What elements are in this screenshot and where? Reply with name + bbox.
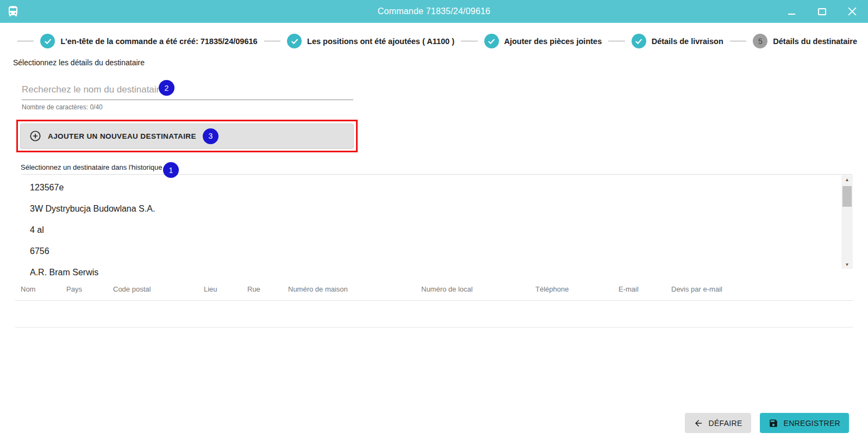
step-connector — [17, 41, 34, 41]
stepper-step[interactable]: Les positions ont été ajoutées ( A1100 ) — [287, 34, 454, 48]
maximize-button[interactable] — [816, 5, 828, 17]
step-status-icon — [40, 34, 55, 48]
save-button[interactable]: ENREGISTRER — [760, 413, 849, 433]
scrollbar[interactable]: ▲ ▼ — [841, 175, 853, 269]
step-connector — [730, 41, 746, 41]
scroll-down-icon[interactable]: ▼ — [841, 260, 853, 269]
close-icon — [848, 7, 857, 16]
scroll-up-icon[interactable]: ▲ — [841, 175, 853, 184]
section-title: Sélectionnez les détails du destinataire — [13, 58, 868, 67]
table-empty-row — [15, 301, 853, 327]
table-header-cell: Code postal — [113, 285, 204, 293]
table-header-cell: Téléphone — [535, 285, 619, 293]
step-status-icon: 5 — [753, 34, 767, 48]
stepper-step[interactable]: L'en-tête de la commande a été créé: 718… — [40, 34, 257, 48]
add-recipient-button[interactable]: AJOUTER UN NOUVEAU DESTINATAIRE 3 — [20, 123, 354, 149]
history-label: Sélectionnez un destinataire dans l'hist… — [21, 163, 162, 171]
step-label: Détails du destinataire — [773, 37, 857, 46]
recipient-search: 2 — [22, 81, 353, 100]
table-divider-bottom — [15, 327, 853, 327]
step-connector — [461, 41, 477, 41]
step-status-icon — [632, 34, 646, 48]
scrollbar-thumb[interactable] — [842, 186, 852, 207]
step-status-icon — [484, 34, 499, 48]
table-header-cell: E-mail — [619, 285, 671, 293]
stepper: L'en-tête de la commande a été créé: 718… — [0, 23, 868, 55]
step-label: Détails de livraison — [652, 37, 723, 46]
table-header-cell: Devis par e-mail — [671, 285, 853, 293]
annotation-badge-2: 2 — [159, 80, 174, 96]
recipient-table: Nom Pays Code postal Lieu Rue Numéro de … — [15, 277, 853, 327]
window-title: Commande 71835/24/09616 — [0, 7, 868, 16]
recipient-search-input[interactable] — [22, 81, 353, 100]
check-icon — [488, 38, 495, 45]
window-controls — [785, 0, 858, 23]
minimize-button[interactable] — [785, 5, 797, 17]
footer-actions: DÉFAIRE ENREGISTRER — [685, 413, 849, 433]
step-connector — [264, 41, 280, 41]
table-header-cell: Pays — [66, 285, 113, 293]
list-item[interactable]: 6756 — [30, 240, 853, 262]
step-connector — [608, 41, 625, 41]
table-header-cell: Lieu — [204, 285, 247, 293]
stepper-step[interactable]: 5 Détails du destinataire — [753, 34, 857, 48]
step-label: L'en-tête de la commande a été créé: 718… — [60, 37, 257, 46]
history-label-row: Sélectionnez un destinataire dans l'hist… — [21, 163, 868, 172]
step-label: Les positions ont été ajoutées ( A1100 ) — [307, 37, 454, 46]
undo-label: DÉFAIRE — [709, 419, 742, 428]
minimize-icon — [788, 14, 795, 15]
table-header-cell: Nom — [21, 285, 66, 293]
stepper-step[interactable]: Ajouter des pièces jointes — [484, 34, 602, 48]
step-label: Ajouter des pièces jointes — [504, 37, 602, 46]
annotation-badge-3: 3 — [203, 128, 218, 144]
list-item[interactable]: 4 al — [30, 219, 853, 240]
recipient-history-list: 123567e 3W Dystrybucja Budowlana S.A. 4 … — [22, 175, 853, 283]
titlebar: Commande 71835/24/09616 — [0, 0, 868, 23]
annotation-badge-1: 1 — [163, 162, 179, 178]
check-icon — [291, 38, 298, 45]
check-icon — [635, 38, 642, 45]
plus-circle-icon — [29, 130, 41, 142]
save-label: ENREGISTRER — [784, 419, 840, 428]
arrow-back-icon — [694, 418, 703, 428]
table-header-cell: Rue — [247, 285, 288, 293]
check-icon — [44, 38, 52, 45]
close-button[interactable] — [846, 5, 858, 17]
history-listbox: 123567e 3W Dystrybucja Budowlana S.A. 4 … — [22, 174, 853, 271]
step-status-icon — [287, 34, 302, 48]
list-item[interactable]: 123567e — [30, 177, 853, 198]
step-number: 5 — [758, 37, 763, 46]
list-item[interactable]: A.R. Bram Serwis — [30, 262, 853, 283]
table-header-cell: Numéro de local — [421, 285, 535, 293]
table-header-cell: Numéro de maison — [288, 285, 421, 293]
highlight-red-frame: AJOUTER UN NOUVEAU DESTINATAIRE 3 — [16, 120, 358, 152]
undo-button[interactable]: DÉFAIRE — [685, 413, 751, 433]
stepper-step[interactable]: Détails de livraison — [632, 34, 723, 48]
list-item[interactable]: 3W Dystrybucja Budowlana S.A. — [30, 198, 853, 219]
save-icon — [769, 418, 778, 428]
bus-icon — [7, 5, 20, 18]
maximize-icon — [818, 8, 826, 15]
add-recipient-label: AJOUTER UN NOUVEAU DESTINATAIRE — [48, 132, 196, 140]
char-count-hint: Nombre de caractères: 0/40 — [22, 103, 868, 111]
